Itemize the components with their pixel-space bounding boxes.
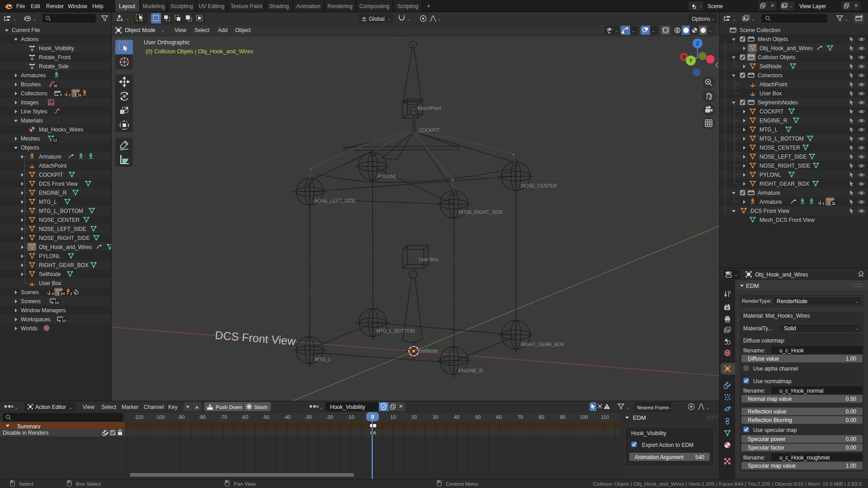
- svg-text:MTG_L: MTG_L: [315, 357, 331, 362]
- svg-text:ENGINE_R: ENGINE_R: [458, 368, 483, 373]
- svg-text:Z: Z: [696, 41, 699, 46]
- svg-text:DCS Front View: DCS Front View: [215, 328, 297, 347]
- svg-text:NOSE_LEFT_SIDE: NOSE_LEFT_SIDE: [314, 198, 356, 203]
- svg-text:COCKPIT: COCKPIT: [419, 127, 440, 133]
- svg-text:X: X: [683, 55, 686, 60]
- svg-text:NOSE_CENTER: NOSE_CENTER: [521, 183, 557, 188]
- svg-text:User Box: User Box: [419, 257, 439, 262]
- svg-text:PYLONL: PYLONL: [378, 174, 397, 179]
- svg-text:Y: Y: [689, 58, 693, 63]
- svg-text:AttachPoint: AttachPoint: [417, 105, 441, 111]
- svg-text:MTG_L_BOTTOM: MTG_L_BOTTOM: [376, 328, 415, 333]
- svg-text:RIGHT_GEAR_BOX: RIGHT_GEAR_BOX: [521, 342, 564, 347]
- svg-text:SellNode: SellNode: [419, 348, 438, 353]
- svg-text:NOSE_RIGHT_SIDE: NOSE_RIGHT_SIDE: [458, 209, 503, 215]
